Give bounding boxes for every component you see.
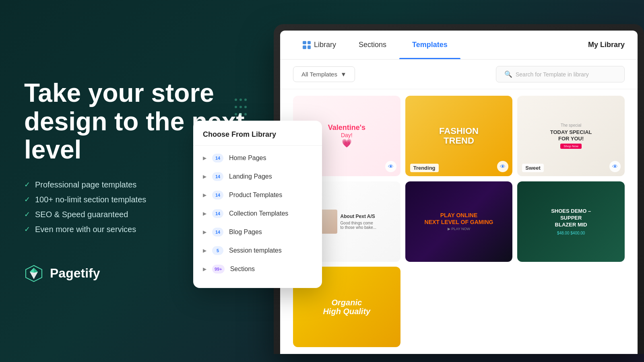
popup-item-sections[interactable]: ▶ 99+ Sections: [193, 260, 322, 278]
check-icon-4: ✓: [24, 225, 30, 234]
nav-library-button[interactable]: Library: [293, 31, 346, 59]
eye-icon-valentine[interactable]: 👁: [385, 161, 396, 172]
gaming-text: PLAY ONLINENEXT LEVEL OF GAMING: [425, 212, 493, 226]
feature-label-1: Professional page templates: [35, 180, 136, 189]
popup-label-session: Session templates: [229, 247, 282, 254]
template-card-fashion[interactable]: FASHIONTREND Trending 👁: [405, 96, 513, 176]
gaming-sub: ▶ PLAY NOW: [448, 227, 470, 231]
popup-badge-home: 14: [212, 154, 223, 162]
nav-templates-button[interactable]: Templates: [399, 31, 460, 59]
about-content: About Pext A/S Good things cometo those …: [341, 214, 377, 230]
popup-item-session-templates[interactable]: ▶ 5 Session templates: [193, 241, 322, 260]
shoes-price: $48.00 $400.00: [557, 231, 585, 235]
eye-icon-special[interactable]: 👁: [609, 161, 621, 172]
popup-item-landing-pages[interactable]: ▶ 14 Landing Pages: [193, 167, 322, 186]
nav-sections-label: Sections: [359, 41, 386, 49]
special-top-label: The special: [561, 123, 581, 128]
choose-from-library-popup: Choose From Library ▶ 14 Home Pages ▶ 14…: [193, 121, 322, 288]
template-card-gaming[interactable]: PLAY ONLINENEXT LEVEL OF GAMING ▶ PLAY N…: [405, 181, 513, 262]
shoes-title: SHOES DEMO –SUPPERBLAZER MID: [551, 208, 591, 228]
svg-marker-3: [34, 268, 38, 273]
template-card-shoes[interactable]: SHOES DEMO –SUPPERBLAZER MID $48.00 $400…: [517, 181, 625, 262]
popup-item-product-templates[interactable]: ▶ 14 Product Templates: [193, 186, 322, 204]
popup-item-collection-templates[interactable]: ▶ 14 Collection Templates: [193, 204, 322, 223]
popup-item-blog-pages[interactable]: ▶ 14 Blog Pages: [193, 223, 322, 241]
dots-decoration: [233, 97, 248, 118]
search-placeholder: Search for Template in library: [516, 71, 589, 78]
popup-arrow-icon-7: ▶: [203, 266, 206, 272]
special-title-text: TODAY SPECIALFOR YOU!: [550, 129, 592, 142]
popup-arrow-icon-4: ▶: [203, 211, 206, 216]
laptop-frame: Library Sections Templates My Library: [274, 24, 644, 354]
feature-label-3: SEO & Speed guaranteed: [35, 210, 128, 219]
dropdown-label: All Templates: [301, 71, 337, 78]
popup-arrow-icon-6: ▶: [203, 248, 206, 253]
popup-badge-collection: 14: [212, 209, 223, 218]
popup-label-product: Product Templates: [229, 191, 282, 199]
popup-badge-session: 5: [212, 246, 223, 255]
nav-templates-label: Templates: [412, 41, 448, 49]
svg-marker-2: [30, 268, 34, 273]
popup-label-home: Home Pages: [229, 154, 266, 162]
eye-icon-fashion[interactable]: 👁: [497, 161, 508, 172]
brand-logo-icon: [24, 264, 43, 283]
popup-arrow-icon-3: ▶: [203, 192, 206, 198]
popup-arrow-icon-2: ▶: [203, 174, 206, 179]
valentine-content: Valentine's Day! 💗: [328, 123, 365, 148]
check-icon-1: ✓: [24, 180, 30, 189]
popup-arrow-icon-5: ▶: [203, 229, 206, 235]
templates-grid: Valentine's Day! 💗 👁 FASHIONTREND Trendi…: [280, 89, 638, 354]
check-icon-2: ✓: [24, 195, 30, 204]
nav-my-library-button[interactable]: My Library: [588, 41, 625, 49]
organic-text: OrganicHigh Quality: [323, 298, 370, 316]
popup-badge-product: 14: [212, 191, 223, 200]
check-icon-3: ✓: [24, 210, 30, 219]
feature-label-2: 100+ no-limit section templates: [35, 195, 146, 204]
nav-library-label: Library: [314, 41, 336, 49]
popup-title: Choose From Library: [193, 130, 322, 146]
app-toolbar: All Templates ▼ 🔍 Search for Template in…: [280, 60, 638, 89]
popup-badge-sections: 99+: [212, 265, 225, 274]
popup-label-blog: Blog Pages: [229, 228, 262, 236]
popup-arrow-icon: ▶: [203, 155, 206, 161]
popup-label-landing: Landing Pages: [229, 173, 272, 180]
feature-label-4: Even more with our services: [35, 225, 136, 234]
search-box[interactable]: 🔍 Search for Template in library: [496, 66, 625, 82]
app-ui: Library Sections Templates My Library: [280, 31, 638, 354]
special-label: Sweet: [522, 164, 544, 172]
popup-badge-blog: 14: [212, 228, 223, 237]
fashion-text: FASHIONTREND: [439, 126, 479, 146]
brand-name: Pagetify: [50, 266, 100, 281]
nav-sections-button[interactable]: Sections: [346, 31, 399, 59]
popup-item-home-pages[interactable]: ▶ 14 Home Pages: [193, 149, 322, 167]
fashion-label: Trending: [410, 164, 439, 172]
app-nav: Library Sections Templates My Library: [280, 31, 638, 60]
all-templates-dropdown[interactable]: All Templates ▼: [293, 66, 355, 82]
popup-label-sections: Sections: [230, 265, 255, 273]
laptop-screen: Library Sections Templates My Library: [280, 31, 638, 354]
special-cta: Shop Now: [560, 144, 582, 149]
dropdown-arrow-icon: ▼: [341, 71, 347, 78]
template-card-special[interactable]: The special TODAY SPECIALFOR YOU! Shop N…: [517, 96, 625, 176]
nav-my-library-label: My Library: [588, 41, 625, 49]
popup-label-collection: Collection Templates: [229, 210, 288, 217]
popup-badge-landing: 14: [212, 172, 223, 181]
search-icon: 🔍: [504, 70, 512, 78]
grid-icon: [303, 41, 311, 49]
